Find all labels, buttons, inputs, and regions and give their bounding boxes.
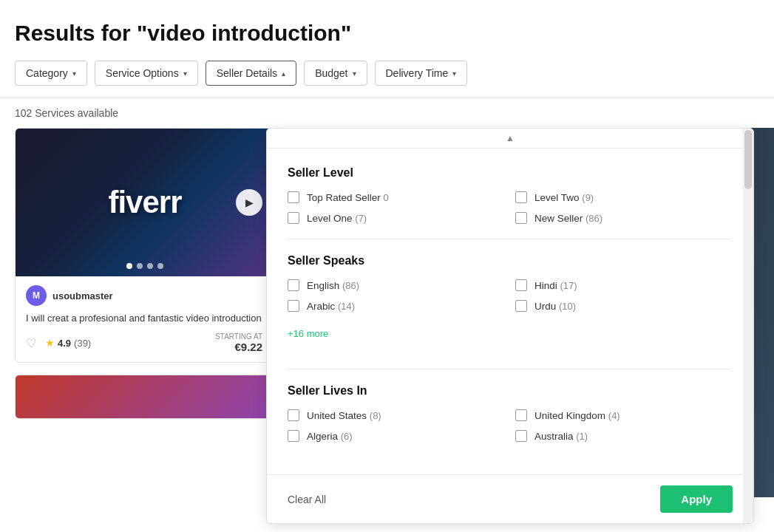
option-hindi-count: (17) (560, 280, 577, 291)
option-top-rated-label: Top Rated Seller 0 (307, 192, 389, 203)
rating-count: (39) (74, 338, 91, 349)
price-section: STARTING AT €9.22 (215, 332, 262, 353)
checkbox-english[interactable] (288, 279, 299, 291)
checkbox-level-one[interactable] (288, 212, 299, 224)
service-options-label: Service Options (106, 67, 179, 79)
card-body: M usoubmaster I will creat a profesional… (16, 276, 273, 362)
divider-2 (288, 369, 731, 369)
option-australia[interactable]: Australia (1) (515, 430, 731, 442)
option-hindi-label: Hindi (17) (534, 280, 577, 291)
dot-3[interactable] (147, 263, 153, 269)
checkbox-level-two[interactable] (515, 191, 527, 203)
scroll-up-icon: ▲ (506, 133, 515, 143)
budget-chevron-icon: ▾ (353, 69, 356, 78)
option-english-label: English (86) (307, 280, 359, 291)
option-algeria-label: Algeria (6) (307, 431, 353, 442)
page-title: Results for "video introduction" (0, 0, 774, 61)
dropdown-footer: Clear All Apply (267, 474, 753, 523)
option-united-kingdom-label: United Kingdom (4) (534, 410, 620, 421)
option-level-one[interactable]: Level One (7) (288, 212, 503, 224)
starting-at-label: STARTING AT (215, 332, 262, 341)
seller-lives-in-title: Seller Lives In (288, 384, 731, 398)
option-australia-count: (1) (576, 431, 588, 442)
option-urdu-count: (10) (559, 301, 576, 312)
seller-level-section: Seller Level Top Rated Seller 0 Level Tw… (288, 166, 731, 224)
option-english[interactable]: English (86) (288, 279, 503, 291)
card-image-text: fiverr (108, 185, 181, 220)
rating-score: 4.9 (58, 338, 71, 349)
divider-1 (288, 239, 731, 239)
delivery-time-filter-btn[interactable]: Delivery Time ▾ (375, 61, 468, 86)
option-algeria[interactable]: Algeria (6) (288, 430, 503, 442)
budget-filter-btn[interactable]: Budget ▾ (304, 61, 367, 86)
carousel-dots (126, 263, 163, 269)
option-uk-count: (4) (608, 410, 620, 421)
heart-icon[interactable]: ♡ (26, 336, 36, 350)
checkbox-urdu[interactable] (515, 300, 527, 312)
checkbox-arabic[interactable] (288, 300, 299, 312)
option-arabic-label: Arabic (14) (307, 301, 355, 312)
clear-all-button[interactable]: Clear All (288, 494, 326, 505)
category-chevron-icon: ▾ (72, 69, 76, 78)
seller-lives-in-section: Seller Lives In United States (8) United… (288, 384, 731, 442)
checkbox-australia[interactable] (515, 430, 527, 442)
filter-bar: Category ▾ Service Options ▾ Seller Deta… (0, 61, 774, 98)
seller-speaks-options: English (86) Hindi (17) Arabic (14) Urdu… (288, 279, 731, 312)
listings-area: fiverr ▶ M usoubmaster I will creat a pr… (0, 128, 274, 419)
option-top-rated-seller[interactable]: Top Rated Seller 0 (288, 191, 503, 203)
option-level-two[interactable]: Level Two (9) (515, 191, 731, 203)
delivery-time-chevron-icon: ▾ (452, 69, 456, 78)
checkbox-united-kingdom[interactable] (515, 409, 527, 421)
option-english-count: (86) (342, 280, 359, 291)
option-level-one-count: (7) (355, 213, 367, 224)
dot-4[interactable] (157, 263, 163, 269)
option-hindi[interactable]: Hindi (17) (515, 279, 731, 291)
option-new-seller[interactable]: New Seller (86) (515, 212, 731, 224)
listing-card: fiverr ▶ M usoubmaster I will creat a pr… (15, 128, 274, 363)
card-footer: ♡ ★ 4.9 (39) STARTING AT €9.22 (26, 332, 262, 353)
seller-name: usoubmaster (52, 290, 113, 301)
seller-lives-in-options: United States (8) United Kingdom (4) Alg… (288, 409, 731, 442)
option-urdu[interactable]: Urdu (10) (515, 300, 731, 312)
service-options-filter-btn[interactable]: Service Options ▾ (95, 61, 198, 86)
option-top-rated-count: 0 (384, 192, 389, 203)
play-icon: ▶ (245, 197, 254, 208)
scrollbar-thumb[interactable] (744, 130, 752, 189)
more-languages-link[interactable]: +16 more (288, 328, 328, 339)
seller-level-options: Top Rated Seller 0 Level Two (9) Level O… (288, 191, 731, 224)
seller-speaks-section: Seller Speaks English (86) Hindi (17) Ar… (288, 254, 731, 354)
category-filter-btn[interactable]: Category ▾ (15, 61, 87, 86)
option-arabic[interactable]: Arabic (14) (288, 300, 503, 312)
checkbox-algeria[interactable] (288, 430, 299, 442)
play-button[interactable]: ▶ (236, 189, 262, 216)
star-icon: ★ (45, 337, 55, 349)
checkbox-hindi[interactable] (515, 279, 527, 291)
option-australia-label: Australia (1) (534, 431, 588, 442)
checkbox-new-seller[interactable] (515, 212, 527, 224)
option-urdu-label: Urdu (10) (534, 301, 576, 312)
service-options-chevron-icon: ▾ (183, 69, 187, 78)
dot-1[interactable] (126, 263, 132, 269)
option-united-kingdom[interactable]: United Kingdom (4) (515, 409, 731, 421)
option-united-states[interactable]: United States (8) (288, 409, 503, 421)
budget-label: Budget (315, 67, 347, 79)
option-united-states-label: United States (8) (307, 410, 381, 421)
apply-button[interactable]: Apply (660, 485, 733, 513)
rating: ★ 4.9 (39) (45, 337, 91, 349)
price: €9.22 (215, 341, 262, 353)
card-description: I will creat a profesional and fantastic… (26, 312, 262, 325)
dot-2[interactable] (137, 263, 143, 269)
option-arabic-count: (14) (338, 301, 355, 312)
checkbox-top-rated[interactable] (288, 191, 299, 203)
dropdown-content: Seller Level Top Rated Seller 0 Level Tw… (267, 149, 753, 474)
option-us-count: (8) (370, 410, 381, 421)
scrollbar-track[interactable] (743, 129, 753, 523)
option-level-one-label: Level One (7) (307, 213, 367, 224)
main-content: fiverr ▶ M usoubmaster I will creat a pr… (0, 128, 774, 419)
card-image: fiverr ▶ (16, 129, 274, 276)
seller-level-title: Seller Level (288, 166, 731, 180)
delivery-time-label: Delivery Time (386, 67, 449, 79)
seller-details-filter-btn[interactable]: Seller Details ▴ (206, 61, 296, 86)
checkbox-united-states[interactable] (288, 409, 299, 421)
scroll-top-area: ▲ (267, 129, 753, 149)
